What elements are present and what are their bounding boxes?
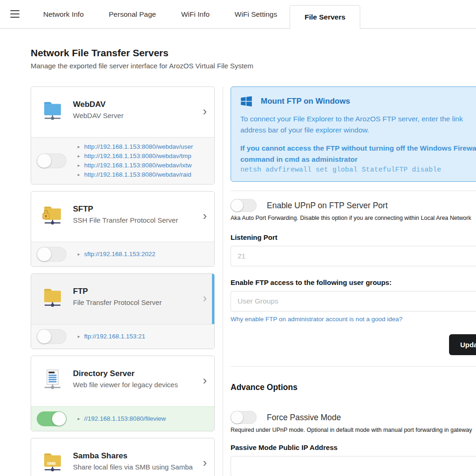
upnp-toggle[interactable]	[231, 199, 257, 212]
server-name: Samba Shares	[73, 451, 193, 461]
chevron-right-icon[interactable]: ›	[203, 374, 207, 386]
column-divider	[223, 86, 223, 476]
folder-network-yellow-icon	[42, 286, 63, 308]
server-name: WebDAV	[73, 100, 124, 109]
server-links: ▸//192.168.1.153:8080/fileview	[78, 414, 166, 423]
link-bullet-icon: ▸	[78, 250, 80, 259]
info-paragraph-2: If you cannot access the FTP without tur…	[240, 143, 476, 165]
link-bullet-icon: ▸	[78, 170, 80, 179]
nav-tabs: Network InfoPersonal PageWiFi InfoWiFi S…	[31, 0, 360, 28]
server-name: SFTP	[73, 205, 178, 214]
server-card-ftp[interactable]: FTPFile Transfer Protocol Server›▸ftp://…	[31, 273, 215, 349]
link-bullet-icon: ▸	[78, 142, 80, 152]
server-links: ▸ftp://192.168.1.153:21	[78, 332, 145, 341]
admin-ftp-warning-link[interactable]: Why enable FTP on administrator account …	[231, 316, 403, 323]
netsh-command: netsh advfirewall set global StatefulFTP…	[240, 166, 476, 174]
server-url-link[interactable]: sftp://192.168.1.153:2022	[84, 250, 155, 259]
folder-network-blue-icon	[42, 99, 63, 121]
upnp-note: Aka Auto Port Forwarding. Disable this o…	[231, 215, 476, 221]
windows-logo-icon	[240, 95, 252, 107]
directory-list-icon	[42, 368, 63, 390]
tab-network-info[interactable]: Network Info	[31, 0, 96, 28]
tab-file-servers[interactable]: File Servers	[290, 5, 360, 29]
server-description: WebDAV Server	[73, 112, 124, 119]
force-passive-note: Required under UPnP mode. Optional in de…	[231, 427, 476, 433]
folder-smb-icon: SMB	[42, 450, 63, 473]
force-passive-toggle[interactable]	[231, 411, 257, 424]
server-url-link[interactable]: http://192.168.1.153:8080/webdav/raid	[84, 170, 191, 179]
server-card-webdav[interactable]: WebDAVWebDAV Server›▸http://192.168.1.15…	[31, 86, 215, 185]
force-passive-label: Force Passive Mode	[267, 413, 341, 423]
server-card-samba-shares[interactable]: SMBSamba SharesShare local files via SMB…	[31, 438, 215, 476]
advance-options-title: Advance Options	[231, 383, 476, 392]
link-bullet-icon: ▸	[78, 332, 80, 341]
hamburger-menu-icon[interactable]	[10, 10, 20, 18]
chevron-right-icon[interactable]: ›	[203, 292, 207, 304]
listening-port-label: Listening Port	[231, 233, 476, 241]
server-description: File Transfer Protocol Server	[73, 298, 162, 306]
tab-wifi-settings[interactable]: WiFi Settings	[222, 0, 290, 28]
server-description: Share local files via SMB using Samba	[73, 463, 193, 471]
server-url-link[interactable]: http://192.168.1.153:8080/webdav/user	[84, 142, 193, 152]
server-card-directory-server[interactable]: Directory ServerWeb file viewer for lega…	[31, 356, 215, 431]
server-description: Web file viewer for legacy devices	[73, 381, 178, 389]
tab-personal-page[interactable]: Personal Page	[96, 0, 169, 28]
server-url-link[interactable]: http://192.168.1.153:8080/webdav/tmp	[84, 152, 191, 161]
server-url-link[interactable]: http://192.168.1.153:8080/webdav/ixtw	[84, 161, 192, 170]
link-bullet-icon: ▸	[78, 161, 80, 170]
server-links: ▸http://192.168.1.153:8080/webdav/user▸h…	[78, 142, 193, 179]
top-nav: Network InfoPersonal PageWiFi InfoWiFi S…	[0, 0, 476, 29]
server-links: ▸sftp://192.168.1.153:2022	[78, 250, 155, 259]
folder-lock-yellow-icon	[42, 204, 63, 226]
svg-text:SMB: SMB	[47, 461, 56, 466]
public-ip-input[interactable]	[231, 456, 476, 476]
ftp-settings-panel: Mount FTP on Windows To connect your Fil…	[231, 86, 476, 476]
upnp-toggle-label: Enable UPnP on FTP Server Port	[267, 201, 388, 211]
section-divider	[231, 366, 476, 367]
link-bullet-icon: ▸	[78, 414, 80, 423]
chevron-right-icon[interactable]: ›	[203, 105, 207, 117]
user-groups-label: Enable FTP access to the following user …	[231, 278, 476, 286]
sftp-enable-toggle[interactable]	[37, 247, 66, 262]
server-card-sftp[interactable]: SFTPSSH File Transfer Protocol Server›▸s…	[31, 191, 215, 267]
server-name: FTP	[73, 287, 162, 296]
server-url-link[interactable]: ftp://192.168.1.153:21	[84, 332, 145, 341]
listening-port-input[interactable]	[231, 246, 476, 266]
chevron-right-icon[interactable]: ›	[203, 456, 207, 469]
info-paragraph-1: To connect your File Explorer to the Aro…	[240, 113, 476, 136]
page-title: Network File Transfer Servers	[31, 47, 476, 59]
server-url-link[interactable]: //192.168.1.153:8080/fileview	[84, 414, 166, 423]
server-card-list: WebDAVWebDAV Server›▸http://192.168.1.15…	[31, 86, 215, 476]
section-divider	[231, 191, 476, 191]
chevron-right-icon[interactable]: ›	[203, 210, 207, 222]
tab-wifi-info[interactable]: WiFi Info	[169, 0, 222, 28]
ftp-enable-toggle[interactable]	[37, 329, 66, 344]
info-box-title: Mount FTP on Windows	[261, 97, 350, 106]
page-subtitle: Manage the exported file server interfac…	[31, 62, 476, 70]
user-groups-input[interactable]	[231, 291, 476, 311]
link-bullet-icon: ▸	[78, 152, 80, 161]
update-button[interactable]: Update	[449, 334, 476, 355]
public-ip-label: Passive Mode Public IP Address	[231, 443, 476, 451]
directory-server-enable-toggle[interactable]	[37, 411, 66, 426]
windows-ftp-info-box: Mount FTP on Windows To connect your Fil…	[231, 86, 476, 182]
webdav-enable-toggle[interactable]	[37, 153, 66, 168]
server-description: SSH File Transfer Protocol Server	[73, 216, 178, 224]
server-name: Directory Server	[73, 369, 178, 378]
